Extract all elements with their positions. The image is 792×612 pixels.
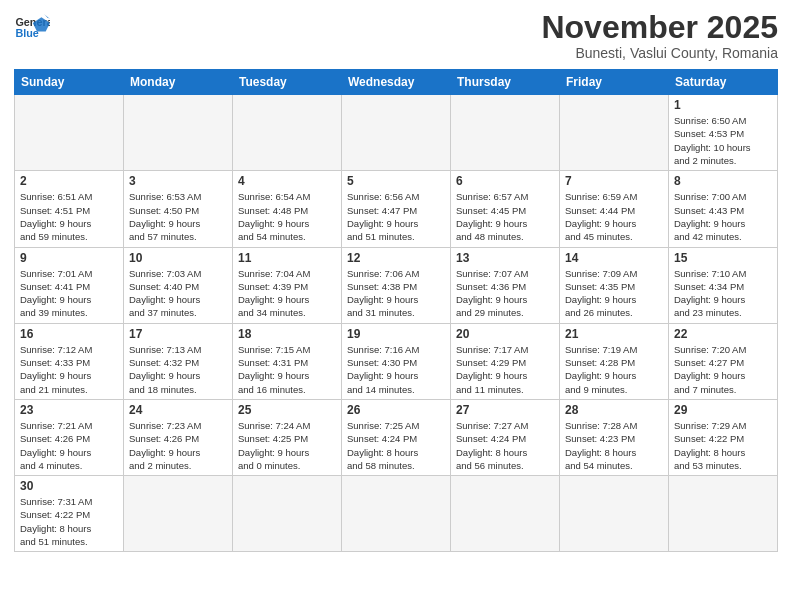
table-row: 6Sunrise: 6:57 AM Sunset: 4:45 PM Daylig… — [451, 171, 560, 247]
day-info: Sunrise: 6:51 AM Sunset: 4:51 PM Dayligh… — [20, 190, 118, 243]
table-row — [560, 476, 669, 552]
day-info: Sunrise: 7:01 AM Sunset: 4:41 PM Dayligh… — [20, 267, 118, 320]
day-number: 16 — [20, 327, 118, 341]
day-info: Sunrise: 7:12 AM Sunset: 4:33 PM Dayligh… — [20, 343, 118, 396]
day-info: Sunrise: 7:09 AM Sunset: 4:35 PM Dayligh… — [565, 267, 663, 320]
header-thursday: Thursday — [451, 70, 560, 95]
day-number: 18 — [238, 327, 336, 341]
header-wednesday: Wednesday — [342, 70, 451, 95]
table-row — [233, 95, 342, 171]
header-monday: Monday — [124, 70, 233, 95]
day-info: Sunrise: 7:28 AM Sunset: 4:23 PM Dayligh… — [565, 419, 663, 472]
day-info: Sunrise: 6:50 AM Sunset: 4:53 PM Dayligh… — [674, 114, 772, 167]
day-number: 4 — [238, 174, 336, 188]
header-tuesday: Tuesday — [233, 70, 342, 95]
calendar-week-row: 9Sunrise: 7:01 AM Sunset: 4:41 PM Daylig… — [15, 247, 778, 323]
table-row: 9Sunrise: 7:01 AM Sunset: 4:41 PM Daylig… — [15, 247, 124, 323]
day-info: Sunrise: 7:31 AM Sunset: 4:22 PM Dayligh… — [20, 495, 118, 548]
table-row: 10Sunrise: 7:03 AM Sunset: 4:40 PM Dayli… — [124, 247, 233, 323]
day-number: 20 — [456, 327, 554, 341]
header-sunday: Sunday — [15, 70, 124, 95]
day-number: 24 — [129, 403, 227, 417]
table-row — [124, 95, 233, 171]
logo-icon: General Blue — [14, 10, 50, 46]
day-number: 9 — [20, 251, 118, 265]
weekday-header-row: Sunday Monday Tuesday Wednesday Thursday… — [15, 70, 778, 95]
table-row — [15, 95, 124, 171]
day-number: 27 — [456, 403, 554, 417]
day-info: Sunrise: 6:53 AM Sunset: 4:50 PM Dayligh… — [129, 190, 227, 243]
table-row: 7Sunrise: 6:59 AM Sunset: 4:44 PM Daylig… — [560, 171, 669, 247]
day-info: Sunrise: 7:07 AM Sunset: 4:36 PM Dayligh… — [456, 267, 554, 320]
day-info: Sunrise: 7:00 AM Sunset: 4:43 PM Dayligh… — [674, 190, 772, 243]
table-row: 12Sunrise: 7:06 AM Sunset: 4:38 PM Dayli… — [342, 247, 451, 323]
day-number: 21 — [565, 327, 663, 341]
table-row — [124, 476, 233, 552]
day-info: Sunrise: 7:20 AM Sunset: 4:27 PM Dayligh… — [674, 343, 772, 396]
day-number: 12 — [347, 251, 445, 265]
calendar-title: November 2025 — [541, 10, 778, 45]
table-row: 11Sunrise: 7:04 AM Sunset: 4:39 PM Dayli… — [233, 247, 342, 323]
day-info: Sunrise: 7:13 AM Sunset: 4:32 PM Dayligh… — [129, 343, 227, 396]
day-number: 29 — [674, 403, 772, 417]
day-number: 15 — [674, 251, 772, 265]
table-row — [233, 476, 342, 552]
table-row: 8Sunrise: 7:00 AM Sunset: 4:43 PM Daylig… — [669, 171, 778, 247]
table-row: 2Sunrise: 6:51 AM Sunset: 4:51 PM Daylig… — [15, 171, 124, 247]
table-row — [342, 95, 451, 171]
day-info: Sunrise: 7:21 AM Sunset: 4:26 PM Dayligh… — [20, 419, 118, 472]
table-row: 23Sunrise: 7:21 AM Sunset: 4:26 PM Dayli… — [15, 399, 124, 475]
table-row: 4Sunrise: 6:54 AM Sunset: 4:48 PM Daylig… — [233, 171, 342, 247]
day-info: Sunrise: 7:25 AM Sunset: 4:24 PM Dayligh… — [347, 419, 445, 472]
header-friday: Friday — [560, 70, 669, 95]
table-row — [451, 95, 560, 171]
logo: General Blue — [14, 10, 50, 46]
table-row: 28Sunrise: 7:28 AM Sunset: 4:23 PM Dayli… — [560, 399, 669, 475]
day-number: 22 — [674, 327, 772, 341]
day-number: 14 — [565, 251, 663, 265]
day-number: 5 — [347, 174, 445, 188]
day-info: Sunrise: 7:29 AM Sunset: 4:22 PM Dayligh… — [674, 419, 772, 472]
day-info: Sunrise: 7:23 AM Sunset: 4:26 PM Dayligh… — [129, 419, 227, 472]
day-info: Sunrise: 7:16 AM Sunset: 4:30 PM Dayligh… — [347, 343, 445, 396]
day-number: 23 — [20, 403, 118, 417]
day-info: Sunrise: 7:17 AM Sunset: 4:29 PM Dayligh… — [456, 343, 554, 396]
day-info: Sunrise: 7:03 AM Sunset: 4:40 PM Dayligh… — [129, 267, 227, 320]
page: General Blue November 2025 Bunesti, Vasl… — [0, 0, 792, 612]
day-info: Sunrise: 6:57 AM Sunset: 4:45 PM Dayligh… — [456, 190, 554, 243]
table-row: 16Sunrise: 7:12 AM Sunset: 4:33 PM Dayli… — [15, 323, 124, 399]
day-number: 1 — [674, 98, 772, 112]
table-row: 17Sunrise: 7:13 AM Sunset: 4:32 PM Dayli… — [124, 323, 233, 399]
header-saturday: Saturday — [669, 70, 778, 95]
calendar-table: Sunday Monday Tuesday Wednesday Thursday… — [14, 69, 778, 552]
table-row: 24Sunrise: 7:23 AM Sunset: 4:26 PM Dayli… — [124, 399, 233, 475]
day-info: Sunrise: 6:59 AM Sunset: 4:44 PM Dayligh… — [565, 190, 663, 243]
day-info: Sunrise: 6:56 AM Sunset: 4:47 PM Dayligh… — [347, 190, 445, 243]
day-info: Sunrise: 7:24 AM Sunset: 4:25 PM Dayligh… — [238, 419, 336, 472]
title-block: November 2025 Bunesti, Vaslui County, Ro… — [541, 10, 778, 61]
day-number: 25 — [238, 403, 336, 417]
day-info: Sunrise: 7:15 AM Sunset: 4:31 PM Dayligh… — [238, 343, 336, 396]
table-row: 3Sunrise: 6:53 AM Sunset: 4:50 PM Daylig… — [124, 171, 233, 247]
calendar-week-row: 16Sunrise: 7:12 AM Sunset: 4:33 PM Dayli… — [15, 323, 778, 399]
table-row: 27Sunrise: 7:27 AM Sunset: 4:24 PM Dayli… — [451, 399, 560, 475]
calendar-week-row: 23Sunrise: 7:21 AM Sunset: 4:26 PM Dayli… — [15, 399, 778, 475]
calendar-week-row: 30Sunrise: 7:31 AM Sunset: 4:22 PM Dayli… — [15, 476, 778, 552]
day-number: 10 — [129, 251, 227, 265]
calendar-week-row: 2Sunrise: 6:51 AM Sunset: 4:51 PM Daylig… — [15, 171, 778, 247]
table-row: 1Sunrise: 6:50 AM Sunset: 4:53 PM Daylig… — [669, 95, 778, 171]
table-row: 25Sunrise: 7:24 AM Sunset: 4:25 PM Dayli… — [233, 399, 342, 475]
table-row — [669, 476, 778, 552]
day-number: 2 — [20, 174, 118, 188]
table-row: 21Sunrise: 7:19 AM Sunset: 4:28 PM Dayli… — [560, 323, 669, 399]
table-row: 29Sunrise: 7:29 AM Sunset: 4:22 PM Dayli… — [669, 399, 778, 475]
table-row: 20Sunrise: 7:17 AM Sunset: 4:29 PM Dayli… — [451, 323, 560, 399]
day-number: 7 — [565, 174, 663, 188]
day-info: Sunrise: 7:04 AM Sunset: 4:39 PM Dayligh… — [238, 267, 336, 320]
day-info: Sunrise: 6:54 AM Sunset: 4:48 PM Dayligh… — [238, 190, 336, 243]
table-row: 5Sunrise: 6:56 AM Sunset: 4:47 PM Daylig… — [342, 171, 451, 247]
table-row — [560, 95, 669, 171]
table-row: 18Sunrise: 7:15 AM Sunset: 4:31 PM Dayli… — [233, 323, 342, 399]
day-number: 17 — [129, 327, 227, 341]
table-row — [342, 476, 451, 552]
